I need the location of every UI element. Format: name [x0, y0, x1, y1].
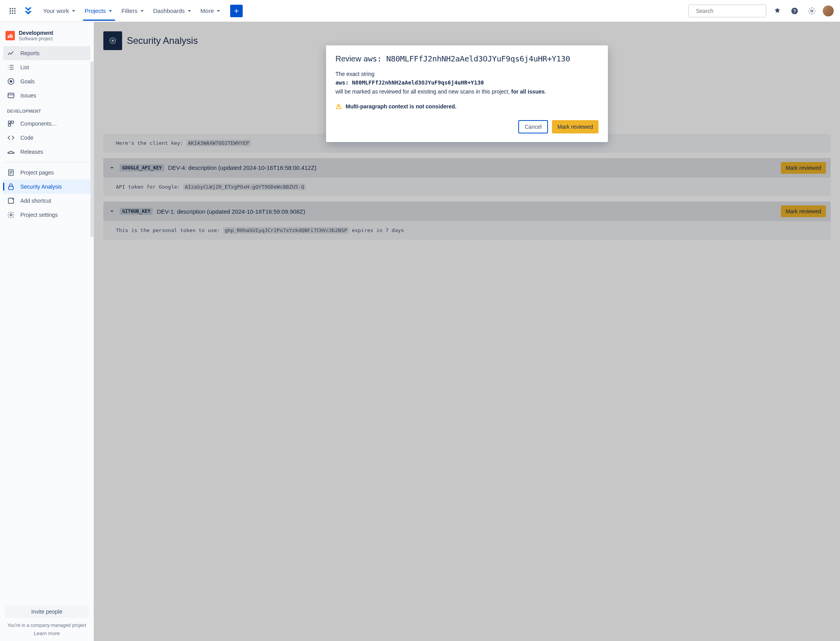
svg-rect-2: [14, 8, 15, 9]
project-name: Development: [19, 30, 53, 36]
finding-type-tag: GITHUB_KEY: [120, 208, 153, 215]
nav-label: Your work: [43, 7, 69, 14]
app-switcher-icon[interactable]: [6, 5, 19, 17]
mark-reviewed-confirm-button[interactable]: Mark reviewed: [552, 120, 598, 133]
svg-rect-18: [8, 93, 14, 98]
mark-reviewed-button[interactable]: Mark reviewed: [781, 205, 826, 217]
sidebar-section-label: DEVELOPMENT: [3, 103, 90, 117]
chevron-down-icon[interactable]: [108, 164, 116, 172]
plus-icon: ＋: [233, 5, 240, 16]
sidebar-item-add-shortcut[interactable]: Add shortcut: [3, 194, 90, 208]
nav-your-work[interactable]: Your work: [39, 1, 81, 20]
sidebar-item-code[interactable]: Code: [3, 131, 90, 145]
review-modal: Review aws: N80MLFFfJ2nhNH2aAeld3OJYuF9q…: [326, 45, 608, 142]
list-icon: [7, 63, 15, 71]
notifications-icon[interactable]: [771, 5, 784, 17]
nav-dashboards[interactable]: Dashboards: [149, 1, 196, 20]
nav-more[interactable]: More: [196, 1, 225, 20]
sidebar-item-label: Project settings: [20, 212, 58, 218]
cancel-button[interactable]: Cancel: [518, 120, 548, 133]
finding-text: Here's the client key:: [116, 140, 186, 146]
pages-icon: [7, 169, 15, 176]
nav-projects[interactable]: Projects: [81, 1, 117, 20]
page-title: Security Analysis: [127, 35, 198, 46]
mark-reviewed-button[interactable]: Mark reviewed: [781, 162, 826, 174]
sidebar-item-issues[interactable]: Issues: [3, 88, 90, 103]
nav-label: Filters: [121, 7, 137, 14]
sidebar-item-project-pages[interactable]: Project pages: [3, 166, 90, 180]
svg-rect-4: [12, 10, 13, 11]
sidebar-scrollbar[interactable]: [90, 61, 94, 237]
sidebar-item-label: Releases: [20, 149, 43, 155]
sidebar-item-goals[interactable]: Goals: [3, 74, 90, 88]
svg-rect-3: [10, 10, 11, 11]
svg-point-28: [112, 40, 114, 41]
sidebar-divider: [5, 162, 89, 162]
svg-text:?: ?: [793, 8, 796, 13]
nav-label: Projects: [85, 7, 106, 14]
page-icon: [103, 31, 122, 50]
lock-icon: [7, 183, 15, 191]
finding-card: GITHUB_KEY DEV-1: description (updated 2…: [103, 202, 831, 240]
nav-label: More: [200, 7, 214, 14]
svg-point-25: [10, 214, 12, 216]
sidebar-item-security-analysis[interactable]: Security Analysis: [3, 180, 90, 194]
search-input[interactable]: [696, 8, 764, 14]
search-box[interactable]: [688, 4, 766, 18]
finding-text: expires in 7 days: [349, 227, 404, 233]
sidebar-item-list[interactable]: List: [3, 60, 90, 74]
nav-filters[interactable]: Filters: [117, 1, 149, 20]
svg-rect-7: [12, 13, 13, 14]
finding-code: AIzaSyCLWjZ0_ETxgPOxH-gQYT9ODeWcBBZU5-Q: [183, 184, 306, 190]
modal-code: aws: N80MLFFfJ2nhNH2aAeld3OJYuF9qs6j4uHR…: [335, 78, 598, 87]
finding-type-tag: GOOGLE_API_KEY: [120, 164, 164, 171]
chevron-down-icon[interactable]: [108, 207, 116, 215]
sidebar: Development Software project Reports Lis…: [0, 22, 94, 641]
svg-rect-6: [10, 13, 11, 14]
project-subtitle: Software project: [19, 36, 53, 41]
svg-rect-19: [8, 121, 11, 123]
finding-text: This is the personal token to use:: [116, 227, 223, 233]
reports-icon: [7, 49, 15, 57]
managed-project-note: You're in a company-managed project: [5, 623, 89, 628]
sidebar-item-label: List: [20, 64, 29, 70]
sidebar-item-components[interactable]: Components…: [3, 117, 90, 131]
sidebar-item-label: Project pages: [20, 169, 54, 176]
svg-rect-23: [9, 186, 13, 189]
svg-rect-15: [11, 35, 13, 38]
sidebar-item-label: Code: [20, 135, 33, 141]
create-button[interactable]: ＋: [230, 5, 243, 17]
finding-text: API token for Google:: [116, 184, 183, 190]
avatar[interactable]: [823, 5, 834, 16]
modal-warning: ⚠ Multi-paragraph context is not conside…: [335, 102, 598, 111]
sidebar-item-label: Add shortcut: [20, 198, 51, 204]
modal-text: The exact string: [335, 70, 598, 78]
top-navbar: Your work Projects Filters Dashboards Mo…: [0, 0, 840, 22]
help-icon[interactable]: ?: [788, 5, 801, 17]
finding-title: DEV-1: description (updated 2024-10-16T1…: [157, 208, 305, 215]
sidebar-item-reports[interactable]: Reports: [3, 46, 90, 60]
sidebar-item-releases[interactable]: Releases: [3, 145, 90, 159]
project-avatar-icon: [5, 31, 15, 40]
add-shortcut-icon: [7, 197, 15, 205]
settings-icon[interactable]: [806, 5, 818, 17]
main-content: Security Analysis Here's the client key:…: [94, 22, 840, 641]
invite-people-button[interactable]: Invite people: [5, 605, 89, 618]
svg-rect-13: [8, 36, 9, 38]
modal-title: Review aws: N80MLFFfJ2nhNH2aAeld3OJYuF9q…: [335, 54, 598, 63]
jira-logo-icon[interactable]: [22, 5, 34, 17]
sidebar-item-project-settings[interactable]: Project settings: [3, 208, 90, 222]
warning-text: Multi-paragraph context is not considere…: [346, 103, 456, 110]
svg-rect-5: [14, 10, 15, 11]
svg-rect-14: [10, 34, 11, 38]
svg-rect-20: [11, 121, 14, 123]
sidebar-item-label: Goals: [20, 78, 35, 85]
modal-text: will be marked as reviewed for all exist…: [335, 87, 598, 96]
svg-rect-1: [12, 8, 13, 9]
sidebar-item-label: Components…: [20, 121, 57, 127]
learn-more-link[interactable]: Learn more: [5, 630, 89, 636]
chevron-down-icon: [107, 8, 114, 14]
svg-point-12: [811, 10, 813, 12]
chevron-down-icon: [70, 8, 77, 14]
project-header[interactable]: Development Software project: [0, 22, 94, 46]
